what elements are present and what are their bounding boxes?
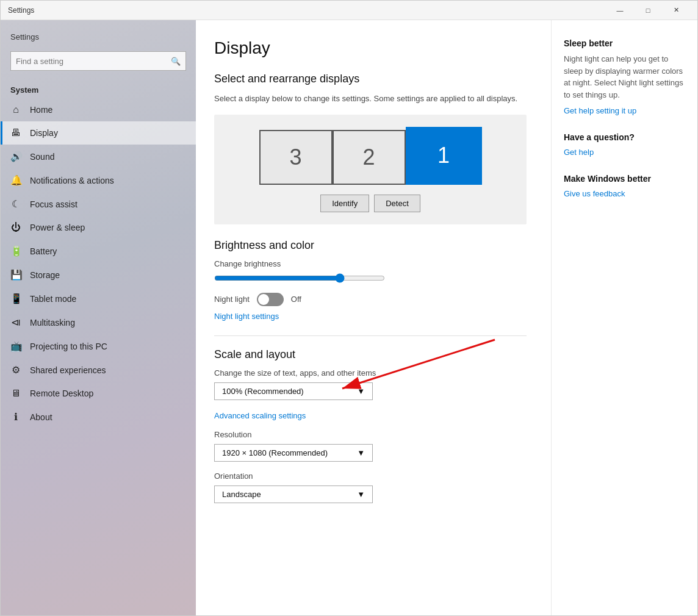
feedback-section: Make Windows better Give us feedback <box>564 174 685 198</box>
projecting-icon: 📺 <box>10 340 21 352</box>
about-icon: ℹ <box>10 411 21 423</box>
scale-desc: Change the size of text, apps, and other… <box>214 368 527 378</box>
scale-dropdown-wrapper: 100% (Recommended) ▼ <box>214 382 373 406</box>
sleep-help-link[interactable]: Get help setting it up <box>564 106 636 115</box>
display-icon: 🖶 <box>10 127 21 138</box>
brightness-slider-container <box>214 273 527 283</box>
night-light-label: Night light <box>214 295 250 304</box>
nav-label-power: Power & sleep <box>30 223 85 232</box>
monitor-2-label: 2 <box>362 145 375 170</box>
nav-label-sound: Sound <box>30 152 54 162</box>
nav-item-storage[interactable]: 💾 Storage <box>1 263 196 287</box>
nav-label-tablet: Tablet mode <box>30 294 76 304</box>
monitor-3[interactable]: 3 <box>259 130 333 185</box>
sleep-section: Sleep better Night light can help you ge… <box>564 38 685 115</box>
app-title: Settings <box>8 6 34 15</box>
monitor-1[interactable]: 1 <box>406 127 482 185</box>
make-better-title: Make Windows better <box>564 174 685 184</box>
search-icon: 🔍 <box>171 57 181 66</box>
monitors-row: 3 2 1 <box>259 127 482 185</box>
settings-window: Settings — □ ✕ Settings 🔍 System ⌂ Home … <box>0 0 698 616</box>
resolution-dropdown[interactable]: 1920 × 1080 (Recommended) ▼ <box>214 444 373 462</box>
main-content: Display Select and rearrange displays Se… <box>196 20 551 615</box>
scale-section: Scale and layout Change the size of text… <box>214 335 527 503</box>
storage-icon: 💾 <box>10 269 21 281</box>
nav-item-multitasking[interactable]: ⧏ Multitasking <box>1 310 196 334</box>
resolution-label: Resolution <box>214 430 527 439</box>
titlebar: Settings — □ ✕ <box>1 1 697 20</box>
sleep-text: Night light can help you get to sleep by… <box>564 53 685 101</box>
scale-value: 100% (Recommended) <box>222 387 304 396</box>
nav-item-sound[interactable]: 🔊 Sound <box>1 145 196 168</box>
resolution-section: Resolution 1920 × 1080 (Recommended) ▼ <box>214 430 527 462</box>
brightness-section: Brightness and color Change brightness N… <box>214 239 527 321</box>
home-icon: ⌂ <box>10 104 21 115</box>
nav-label-focus: Focus assist <box>30 199 77 209</box>
window-controls: — □ ✕ <box>606 1 690 20</box>
orientation-label: Orientation <box>214 471 527 481</box>
question-section: Have a question? Get help <box>564 132 685 157</box>
nav-item-power[interactable]: ⏻ Power & sleep <box>1 216 196 239</box>
feedback-link[interactable]: Give us feedback <box>564 189 625 198</box>
battery-icon: 🔋 <box>10 245 21 257</box>
brightness-color-title: Brightness and color <box>214 239 527 252</box>
search-box[interactable]: 🔍 <box>10 51 186 71</box>
brightness-slider[interactable] <box>214 273 385 283</box>
nav-label-remote: Remote Desktop <box>30 389 93 398</box>
remote-icon: 🖥 <box>10 388 21 399</box>
orientation-dropdown[interactable]: Landscape ▼ <box>214 485 373 503</box>
nav-label-home: Home <box>30 105 52 115</box>
minimize-button[interactable]: — <box>606 1 634 20</box>
monitor-2[interactable]: 2 <box>333 130 406 185</box>
svg-line-1 <box>342 340 495 389</box>
advanced-scaling-link[interactable]: Advanced scaling settings <box>214 411 306 420</box>
nav-item-remote[interactable]: 🖥 Remote Desktop <box>1 382 196 405</box>
close-button[interactable]: ✕ <box>662 1 690 20</box>
scale-dropdown-chevron: ▼ <box>357 387 365 396</box>
nav-label-projecting: Projecting to this PC <box>30 342 107 351</box>
sleep-title: Sleep better <box>564 38 685 48</box>
sound-icon: 🔊 <box>10 151 21 162</box>
nav-item-tablet[interactable]: 📱 Tablet mode <box>1 287 196 310</box>
question-title: Have a question? <box>564 132 685 142</box>
nav-item-battery[interactable]: 🔋 Battery <box>1 239 196 263</box>
get-help-link[interactable]: Get help <box>564 148 594 157</box>
select-rearrange-title: Select and rearrange displays <box>214 73 527 85</box>
search-input[interactable] <box>16 57 171 66</box>
nav-label-storage: Storage <box>30 270 60 280</box>
nav-item-display[interactable]: 🖶 Display <box>1 121 196 145</box>
night-light-state: Off <box>291 295 301 304</box>
resolution-dropdown-chevron: ▼ <box>357 448 365 457</box>
main-area: Display Select and rearrange displays Se… <box>196 20 697 615</box>
orientation-value: Landscape <box>222 490 261 499</box>
nav-label-shared: Shared experiences <box>30 365 106 375</box>
tablet-icon: 📱 <box>10 293 21 304</box>
system-section-label: System <box>1 81 196 98</box>
nav-item-focus[interactable]: ☾ Focus assist <box>1 192 196 216</box>
nav-label-display: Display <box>30 128 58 138</box>
change-brightness-label: Change brightness <box>214 259 527 268</box>
night-light-toggle[interactable] <box>257 293 284 306</box>
identify-button[interactable]: Identify <box>320 195 369 212</box>
night-light-settings-link[interactable]: Night light settings <box>214 312 279 321</box>
nav-item-home[interactable]: ⌂ Home <box>1 98 196 121</box>
resolution-value: 1920 × 1080 (Recommended) <box>222 448 328 457</box>
nav-item-projecting[interactable]: 📺 Projecting to this PC <box>1 334 196 358</box>
display-buttons: Identify Detect <box>320 195 420 212</box>
detect-button[interactable]: Detect <box>374 195 420 212</box>
multitasking-icon: ⧏ <box>10 317 21 328</box>
nav-label-about: About <box>30 412 52 422</box>
sidebar-app-title: Settings <box>1 20 196 46</box>
shared-icon: ⚙ <box>10 364 21 376</box>
right-panel: Sleep better Night light can help you ge… <box>551 20 697 615</box>
scale-dropdown[interactable]: 100% (Recommended) ▼ <box>214 382 373 400</box>
focus-icon: ☾ <box>10 198 21 210</box>
toggle-knob <box>258 294 269 305</box>
maximize-button[interactable]: □ <box>634 1 662 20</box>
nav-item-about[interactable]: ℹ About <box>1 405 196 429</box>
monitor-3-label: 3 <box>289 145 301 170</box>
nav-item-shared[interactable]: ⚙ Shared experiences <box>1 358 196 382</box>
monitor-1-label: 1 <box>437 143 450 168</box>
nav-item-notifications[interactable]: 🔔 Notifications & actions <box>1 168 196 192</box>
page-title: Display <box>214 38 527 58</box>
